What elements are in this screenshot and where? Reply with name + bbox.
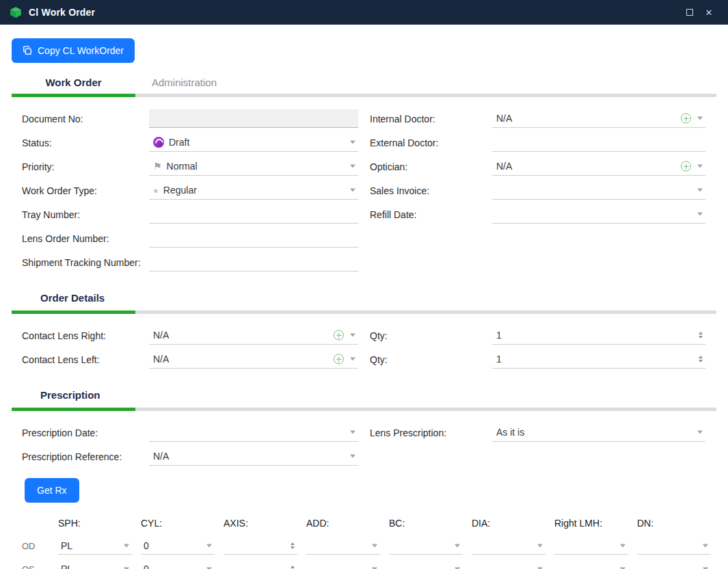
step-down-icon bbox=[291, 546, 295, 549]
external-doctor-label: External Doctor: bbox=[370, 137, 492, 148]
od-cyl-field[interactable]: 0 bbox=[141, 537, 215, 555]
os-add-field[interactable] bbox=[306, 560, 380, 569]
work-order-form: Document No: Internal Doctor: N/A Status… bbox=[12, 107, 716, 274]
form-row: Priority: ⚑ Normal Optician: N/A bbox=[22, 155, 716, 178]
work-order-type-field[interactable]: ● Regular bbox=[149, 181, 358, 200]
contact-lens-right-field[interactable]: N/A bbox=[149, 326, 358, 345]
chevron-down-icon bbox=[620, 544, 625, 547]
tab-divider bbox=[12, 94, 716, 97]
od-cyl-value: 0 bbox=[144, 540, 149, 551]
prescription-reference-label: Prescription Reference: bbox=[22, 451, 149, 462]
rx-row-od: OD PL 0 bbox=[22, 534, 716, 557]
shipment-tracking-number-field[interactable] bbox=[149, 253, 358, 272]
lens-order-number-field[interactable] bbox=[149, 229, 358, 248]
chevron-down-icon bbox=[537, 544, 543, 547]
chevron-down-icon bbox=[124, 544, 129, 547]
section-divider bbox=[12, 310, 716, 314]
form-row: Status: Draft External Doctor: bbox=[22, 131, 716, 155]
lens-prescription-field[interactable]: As it is bbox=[492, 423, 705, 442]
quantity-stepper[interactable] bbox=[699, 356, 703, 362]
contact-lens-left-field[interactable]: N/A bbox=[149, 350, 358, 369]
priority-value: Normal bbox=[167, 161, 198, 172]
add-icon[interactable] bbox=[334, 354, 344, 365]
section-underline bbox=[12, 408, 135, 411]
od-dia-field[interactable] bbox=[472, 537, 545, 555]
copy-cl-workorder-button[interactable]: Copy CL WorkOrder bbox=[12, 38, 135, 63]
chevron-down-icon bbox=[697, 165, 703, 168]
qty-right-field[interactable]: 1 bbox=[492, 326, 705, 345]
add-icon[interactable] bbox=[334, 330, 344, 341]
od-dn-field[interactable] bbox=[637, 537, 711, 555]
order-details-heading: Order Details bbox=[40, 292, 716, 304]
get-rx-button[interactable]: Get Rx bbox=[25, 478, 79, 503]
get-rx-button-label: Get Rx bbox=[37, 485, 67, 496]
tab-administration[interactable]: Administration bbox=[152, 77, 217, 88]
lens-prescription-value: As it is bbox=[496, 427, 524, 438]
chevron-down-icon bbox=[350, 455, 355, 458]
qty-left-value: 1 bbox=[496, 354, 502, 365]
copy-icon bbox=[23, 46, 32, 55]
rx-col-axis: AXIS: bbox=[224, 518, 297, 529]
priority-field[interactable]: ⚑ Normal bbox=[149, 157, 358, 176]
chevron-down-icon bbox=[206, 544, 212, 547]
rx-col-sph: SPH: bbox=[58, 518, 132, 529]
active-tab-underline bbox=[12, 94, 135, 97]
restore-button[interactable] bbox=[680, 4, 699, 21]
internal-doctor-label: Internal Doctor: bbox=[370, 114, 492, 124]
od-bc-field[interactable] bbox=[389, 537, 463, 555]
step-up-icon bbox=[291, 566, 295, 568]
contact-lens-right-label: Contact Lens Right: bbox=[22, 330, 149, 341]
os-axis-field[interactable] bbox=[224, 560, 297, 569]
refill-date-field[interactable] bbox=[492, 205, 705, 224]
section-divider bbox=[12, 408, 716, 411]
close-button[interactable]: ✕ bbox=[699, 4, 718, 21]
priority-label: Priority: bbox=[22, 161, 149, 172]
contact-lens-right-value: N/A bbox=[153, 330, 169, 341]
od-add-field[interactable] bbox=[306, 537, 380, 555]
rx-col-cyl: CYL: bbox=[141, 518, 215, 529]
od-axis-field[interactable] bbox=[224, 537, 297, 555]
qty-right-value: 1 bbox=[496, 330, 502, 341]
add-icon[interactable] bbox=[681, 161, 691, 172]
work-order-type-label: Work Order Type: bbox=[22, 185, 149, 196]
form-row: Contact Lens Right: N/A Qty: 1 bbox=[22, 323, 716, 347]
chevron-down-icon bbox=[697, 189, 703, 192]
os-right-lmh-field[interactable] bbox=[554, 560, 628, 569]
os-bc-field[interactable] bbox=[389, 560, 463, 569]
optician-field[interactable]: N/A bbox=[492, 157, 705, 176]
contact-lens-left-value: N/A bbox=[153, 354, 169, 365]
form-row: Prescription Date: Lens Prescription: As… bbox=[22, 421, 716, 445]
order-details-section: Order Details Contact Lens Right: N/A Qt… bbox=[12, 292, 716, 371]
os-dn-field[interactable] bbox=[637, 560, 711, 569]
qty-left-field[interactable]: 1 bbox=[492, 350, 705, 369]
sales-invoice-label: Sales Invoice: bbox=[370, 185, 492, 196]
quantity-stepper[interactable] bbox=[699, 332, 703, 339]
copy-button-label: Copy CL WorkOrder bbox=[38, 45, 124, 56]
od-sph-field[interactable]: PL bbox=[58, 537, 132, 555]
os-cyl-field[interactable]: 0 bbox=[141, 560, 215, 569]
rx-col-add: ADD: bbox=[306, 518, 380, 529]
od-sph-value: PL bbox=[61, 540, 72, 551]
step-up-icon bbox=[291, 542, 295, 545]
form-row: Tray Number: Refill Date: bbox=[22, 202, 716, 226]
add-icon[interactable] bbox=[681, 114, 691, 124]
axis-stepper[interactable] bbox=[291, 566, 295, 569]
prescription-date-field[interactable] bbox=[149, 423, 358, 442]
prescription-reference-field[interactable]: N/A bbox=[149, 447, 358, 466]
internal-doctor-field[interactable]: N/A bbox=[492, 109, 705, 128]
sales-invoice-field[interactable] bbox=[492, 181, 705, 200]
od-right-lmh-field[interactable] bbox=[554, 537, 628, 555]
tray-number-field[interactable] bbox=[149, 205, 358, 224]
os-sph-field[interactable]: PL bbox=[58, 560, 132, 569]
section-underline bbox=[12, 310, 135, 314]
form-row: Shipment Tracking Number: bbox=[22, 250, 716, 274]
os-dia-field[interactable] bbox=[472, 560, 545, 569]
status-field[interactable]: Draft bbox=[149, 133, 358, 152]
tab-work-order[interactable]: Work Order bbox=[12, 77, 135, 88]
rx-header-row: SPH: CYL: AXIS: ADD: BC: DIA: Right LMH:… bbox=[22, 518, 716, 529]
qty-right-label: Qty: bbox=[370, 330, 492, 341]
lens-order-number-label: Lens Order Number: bbox=[22, 233, 149, 244]
chevron-down-icon bbox=[350, 189, 355, 192]
axis-stepper[interactable] bbox=[291, 542, 295, 549]
external-doctor-field[interactable] bbox=[492, 133, 705, 152]
